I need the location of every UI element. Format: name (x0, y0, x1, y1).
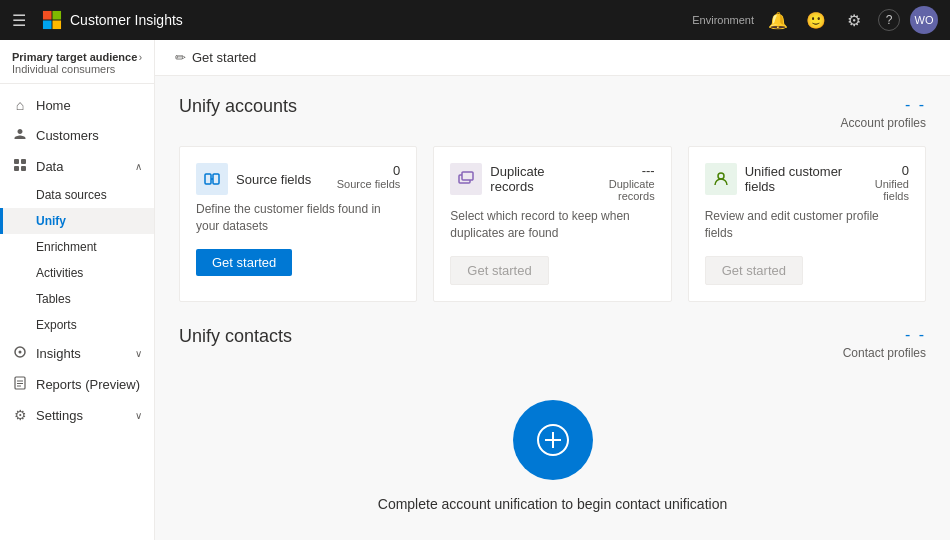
svg-rect-15 (213, 174, 219, 184)
audience-label: Primary target audience (12, 51, 137, 63)
edit-icon: ✏ (175, 50, 186, 65)
sidebar-item-data[interactable]: Data ∧ (0, 151, 154, 182)
sidebar-item-reports[interactable]: Reports (Preview) (0, 369, 154, 400)
contacts-icon-circle (513, 400, 593, 480)
sidebar-item-insights[interactable]: Insights ∨ (0, 338, 154, 369)
customers-icon (12, 127, 28, 144)
svg-rect-0 (43, 11, 52, 20)
home-icon: ⌂ (12, 97, 28, 113)
unify-contacts-section: Unify contacts - - Contact profiles Comp… (179, 326, 926, 536)
unified-fields-title: Unified customer fields (745, 164, 854, 194)
unified-fields-action: Get started (705, 256, 909, 285)
contacts-message: Complete account unification to begin co… (378, 496, 727, 512)
duplicate-records-card: Duplicate records --- Duplicate records … (433, 146, 671, 302)
source-fields-header: Source fields 0 Source fields (196, 163, 400, 195)
duplicate-records-count: --- Duplicate records (578, 163, 655, 202)
contacts-body: Complete account unification to begin co… (179, 376, 926, 536)
sidebar-item-activities[interactable]: Activities (0, 260, 154, 286)
topbar-actions: Environment 🔔 🙂 ⚙ ? WO (692, 6, 938, 34)
account-profiles-dashes: - - (841, 96, 926, 114)
svg-rect-5 (21, 159, 26, 164)
hamburger-icon[interactable]: ☰ (12, 11, 26, 30)
svg-rect-18 (462, 172, 473, 180)
sidebar-item-data-label: Data (36, 159, 127, 174)
avatar[interactable]: WO (910, 6, 938, 34)
insights-chevron-icon: ∨ (135, 348, 142, 359)
sidebar-item-home-label: Home (36, 98, 142, 113)
unified-fields-count: 0 Unified fields (854, 163, 909, 202)
sidebar-item-insights-label: Insights (36, 346, 127, 361)
account-profiles-label: Account profiles (841, 116, 926, 130)
sidebar-nav: ⌂ Home Customers (0, 84, 154, 436)
sidebar-item-home[interactable]: ⌂ Home (0, 90, 154, 120)
svg-rect-4 (14, 159, 19, 164)
source-fields-card: Source fields 0 Source fields Define the… (179, 146, 417, 302)
content-header-title: Get started (192, 50, 256, 65)
sidebar-item-unify-label: Unify (36, 214, 66, 228)
source-fields-title: Source fields (236, 172, 311, 187)
contact-profiles-section: - - Contact profiles (843, 326, 926, 360)
content-header: ✏ Get started (155, 40, 950, 76)
duplicate-records-icon (450, 163, 482, 195)
microsoft-logo: Customer Insights (42, 10, 183, 30)
source-fields-count-label: Source fields (337, 178, 401, 190)
sidebar-item-settings-label: Settings (36, 408, 127, 423)
duplicate-records-get-started-button: Get started (450, 256, 548, 285)
source-fields-get-started-button[interactable]: Get started (196, 249, 292, 276)
unified-fields-title-row: Unified customer fields (705, 163, 854, 195)
duplicate-records-count-label: Duplicate records (578, 178, 655, 202)
content-body: Unify accounts - - Account profiles (155, 76, 950, 540)
settings-chevron-icon: ∨ (135, 410, 142, 421)
sidebar-item-enrichment[interactable]: Enrichment (0, 234, 154, 260)
unify-contacts-title: Unify contacts (179, 326, 292, 347)
help-icon[interactable]: ? (878, 9, 900, 31)
insights-icon (12, 345, 28, 362)
contact-profiles-label: Contact profiles (843, 346, 926, 360)
sidebar-item-data-sources[interactable]: Data sources (0, 182, 154, 208)
audience-chevron-icon: › (139, 52, 142, 63)
smiley-icon[interactable]: 🙂 (802, 6, 830, 34)
unified-fields-description: Review and edit customer profile fields (705, 208, 909, 242)
unify-accounts-title: Unify accounts (179, 96, 297, 117)
sidebar-item-tables[interactable]: Tables (0, 286, 154, 312)
duplicate-records-title-row: Duplicate records (450, 163, 577, 195)
sidebar-item-customers[interactable]: Customers (0, 120, 154, 151)
sidebar-item-customers-label: Customers (36, 128, 142, 143)
main-layout: Primary target audience › Individual con… (0, 40, 950, 540)
source-fields-description: Define the customer fields found in your… (196, 201, 400, 235)
app-title: Customer Insights (70, 12, 183, 28)
account-profiles-section: - - Account profiles (841, 96, 926, 130)
duplicate-records-title: Duplicate records (490, 164, 577, 194)
unified-fields-icon (705, 163, 737, 195)
topbar: ☰ Customer Insights Environment 🔔 🙂 ⚙ ? … (0, 0, 950, 40)
svg-rect-6 (14, 166, 19, 171)
settings-icon[interactable]: ⚙ (840, 6, 868, 34)
data-icon (12, 158, 28, 175)
source-fields-count: 0 Source fields (337, 163, 401, 190)
unify-accounts-header: Unify accounts - - Account profiles (179, 96, 926, 130)
bell-icon[interactable]: 🔔 (764, 6, 792, 34)
source-fields-title-row: Source fields (196, 163, 311, 195)
svg-rect-2 (43, 20, 52, 29)
unified-customer-fields-card: Unified customer fields 0 Unified fields… (688, 146, 926, 302)
unified-fields-count-num: 0 (854, 163, 909, 178)
svg-point-9 (19, 351, 22, 354)
source-fields-count-num: 0 (337, 163, 401, 178)
unify-contacts-header: Unify contacts - - Contact profiles (179, 326, 926, 360)
svg-rect-14 (205, 174, 211, 184)
sidebar-item-exports-label: Exports (36, 318, 77, 332)
sidebar-item-exports[interactable]: Exports (0, 312, 154, 338)
source-fields-icon (196, 163, 228, 195)
svg-rect-1 (52, 11, 61, 20)
sidebar: Primary target audience › Individual con… (0, 40, 155, 540)
sidebar-item-activities-label: Activities (36, 266, 83, 280)
sidebar-item-unify[interactable]: Unify (0, 208, 154, 234)
sidebar-item-reports-label: Reports (Preview) (36, 377, 142, 392)
sidebar-audience-header[interactable]: Primary target audience › Individual con… (0, 40, 154, 84)
unified-fields-get-started-button: Get started (705, 256, 803, 285)
sidebar-item-settings[interactable]: ⚙ Settings ∨ (0, 400, 154, 430)
sidebar-settings-icon: ⚙ (12, 407, 28, 423)
unify-cards-row: Source fields 0 Source fields Define the… (179, 146, 926, 302)
duplicate-records-action: Get started (450, 256, 654, 285)
reports-icon (12, 376, 28, 393)
